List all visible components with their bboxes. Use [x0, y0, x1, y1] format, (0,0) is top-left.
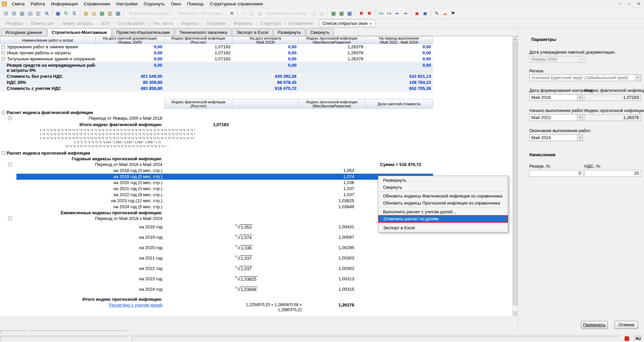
tab-razvernut[interactable]: Развернуть — [273, 28, 305, 36]
menu-pomosch[interactable]: Помощь — [184, 0, 207, 7]
maximize-button[interactable]: □ — [625, 0, 634, 7]
tab-ishodnye-dannye[interactable]: Исходные данные — [1, 28, 47, 36]
yearly-index-row[interactable]: на 2018 год (0 мес. стр.) 1,053 — [0, 168, 433, 174]
excel-import-icon[interactable]: ▦ — [337, 9, 345, 17]
yearly-index-row[interactable]: на 2023 год (12 мес. стр.) 1,03825 — [0, 198, 433, 204]
yearly-index-row[interactable]: на 2021 год (0 мес. стр.) 1,037 — [0, 186, 433, 192]
summary-row[interactable]: Стоимость с учетом НДС 481 858,80 516 47… — [0, 86, 433, 92]
contract-date-select[interactable]: Май 2018▼ — [529, 94, 583, 101]
start-select[interactable]: Май 2022▼ — [529, 114, 583, 121]
expand-tree-icon[interactable]: ⊞ — [10, 9, 18, 17]
columns-view-icon[interactable]: ▥ — [34, 9, 42, 17]
copy-doc-icon[interactable]: ◫ — [310, 9, 318, 17]
flag-icon[interactable]: ⚑ — [449, 9, 457, 17]
menu-informacia[interactable]: Информация — [48, 0, 81, 7]
forecast-index-input[interactable]: 1,26378 — [584, 114, 641, 121]
shift-left-icon[interactable]: ↞ — [393, 9, 401, 17]
region-select[interactable]: Агинский Бурятский округ (Забайкальский … — [529, 74, 641, 81]
copy-to-estimate-button[interactable]: Копировать в смету — [264, 10, 310, 17]
calculated-with-shares-link[interactable]: Расчитано с учетом долей — [0, 302, 162, 308]
paste-icon[interactable]: ▤ — [256, 9, 264, 17]
ctx-update-forecast-indexes[interactable]: Обновить индексы Прогнозной инфляции из … — [378, 199, 508, 207]
delete-table-icon[interactable]: ✖ — [357, 9, 365, 17]
ctx-update-fact-indexes[interactable]: Обновить индексы Фактической инфляции из… — [378, 192, 508, 199]
menu-strukturnye-spravochniki[interactable]: Структурные справочники — [207, 0, 266, 7]
database-blue-icon[interactable]: ◙ — [421, 9, 429, 17]
tab-export-excel[interactable]: Экспорт в Excel — [232, 28, 273, 36]
tab-proektno-izyskatelskie[interactable]: Проектно-Изыскательские — [112, 28, 174, 36]
monthly-index-row[interactable]: на 2020 год 12√1,036 1,00295 — [0, 242, 433, 253]
ctx-calc-with-shares[interactable]: Выполнить расчет с учетом долей... — [378, 208, 508, 215]
table-row[interactable]: +Титульные временные здания и сооружения… — [0, 56, 433, 62]
summary-row[interactable]: Стоимость без учета НДС 401 549,00 430 3… — [0, 73, 433, 79]
change-row-type-button[interactable]: Изменить тип строки... — [176, 10, 228, 17]
cut-icon[interactable]: ✂ — [239, 9, 248, 17]
summary-row[interactable]: НДС 20% 80 309,80 86 078,45 108 784,23 — [0, 79, 433, 86]
vertical-scrollbar[interactable]: ▲ ▼ — [512, 36, 518, 316]
ctx-collapse[interactable]: Свернуть — [378, 184, 508, 191]
panel-panel-cen[interactable]: Панель цен — [28, 20, 57, 27]
table-row[interactable]: +Удорожание работ в зимнее время 0,00 1,… — [0, 44, 433, 50]
monthly-index-row[interactable]: на 2018 год 12√1,053 1,00431 — [0, 222, 433, 232]
scroll-up-icon[interactable]: ▲ — [513, 37, 518, 42]
menu-rabota[interactable]: Работа — [28, 0, 48, 7]
paste-doc-icon[interactable]: ▤ — [318, 9, 326, 17]
expand-icon[interactable]: + — [1, 57, 5, 61]
grid-view-icon[interactable]: ▦ — [18, 9, 26, 17]
panel-limit-zatraty[interactable]: Лимит. затраты — [59, 20, 96, 27]
panel-popravki[interactable]: Поправки — [203, 20, 229, 27]
panel-indeksy[interactable]: Индексы — [178, 20, 202, 27]
expand-icon[interactable]: + — [1, 51, 5, 55]
end-select[interactable]: Май 2024▼ — [529, 134, 583, 141]
search-icon[interactable] — [42, 9, 50, 17]
insert-row-icon[interactable]: ▤ — [90, 9, 98, 17]
shift-right-icon[interactable]: ↠ — [401, 9, 409, 17]
format-cipher-button[interactable]: Формировать шифр... — [126, 10, 176, 17]
monthly-index-row[interactable]: на 2021 год 12√1,037 1,00303 — [0, 253, 433, 263]
monthly-index-row[interactable]: на 2024 год 12√1,03849 1,00315 — [0, 284, 433, 294]
reserve-input[interactable]: 0 — [529, 170, 583, 177]
yearly-index-row[interactable]: на 2020 год (0 мес. стр.) 1,036 — [0, 180, 433, 186]
monthly-index-row[interactable]: на 2019 год 12√1,074 1,00597 — [0, 232, 433, 242]
collapse-section-icon[interactable]: − — [2, 111, 5, 114]
scrollbar-thumb[interactable] — [513, 42, 518, 305]
reserve-row[interactable]: Резерв средств на непредвиденные работыи… — [0, 62, 433, 73]
insert-position-icon[interactable]: ▥ — [106, 9, 114, 17]
panel-tech-chast[interactable]: Тех. часть — [150, 20, 176, 27]
menu-nastroiki[interactable]: Настройки — [113, 0, 141, 7]
table-row[interactable]: +Иные прочие работы и затраты 0,00 1,071… — [0, 50, 433, 56]
panel-resursy[interactable]: Ресурсы — [3, 20, 26, 27]
insert-block-icon[interactable]: ▦ — [114, 9, 122, 17]
panel-sostav-rabot[interactable]: Состав работ — [115, 20, 148, 27]
delete-row-icon[interactable]: ✕ — [228, 9, 236, 17]
collapse-section-icon[interactable]: − — [2, 151, 5, 155]
ctx-cancel-shares[interactable]: Отменить расчет по долям — [378, 215, 508, 223]
collapse-tree-icon[interactable]: ⊟ — [2, 9, 10, 17]
indent-icon[interactable]: ↦ — [385, 9, 393, 17]
rows-view-icon[interactable]: ▤ — [26, 9, 34, 17]
monthly-index-row[interactable]: на 2023 год 12√1,03825 1,00313 — [0, 274, 433, 284]
minimize-button[interactable]: ─ — [615, 0, 625, 7]
apply-button[interactable]: Применить — [581, 321, 608, 329]
tab-stroitelno-montazhnye[interactable]: Строительно-Монтажные — [47, 28, 111, 36]
sort-icon[interactable]: ⇅ — [70, 9, 78, 17]
insert-section-icon[interactable]: ▦ — [82, 9, 90, 17]
excel-export-icon[interactable]: ▦ — [329, 9, 337, 17]
edit-pencil-icon[interactable]: ✎ — [433, 9, 441, 17]
vat-input[interactable]: 20 — [584, 170, 641, 177]
clear-table-icon[interactable]: ✖ — [365, 9, 373, 17]
panel-esn[interactable]: ЭСН — [98, 20, 113, 27]
menu-smeta[interactable]: Смета — [9, 0, 28, 7]
menu-otdohnut[interactable]: Отдохнуть — [141, 0, 168, 7]
keyboard-layout-icon[interactable] — [625, 336, 629, 341]
yearly-index-row[interactable]: на 2022 год (8 мес. стр.) 1,037 — [0, 192, 433, 198]
panel-formuly[interactable]: Формулы — [230, 20, 256, 27]
copy-icon[interactable]: ◫ — [248, 9, 256, 17]
open-windows-button[interactable]: Список открытых окон▼ — [319, 19, 375, 27]
scroll-down-icon[interactable]: ▼ — [513, 311, 518, 316]
outdent-icon[interactable]: ↤ — [377, 9, 385, 17]
refresh-icon[interactable]: ↻ — [62, 9, 70, 17]
database-red-icon[interactable]: ◙ — [413, 9, 421, 17]
insert-resource-icon[interactable]: ▦ — [98, 9, 106, 17]
menu-okno[interactable]: Окно — [168, 0, 184, 7]
